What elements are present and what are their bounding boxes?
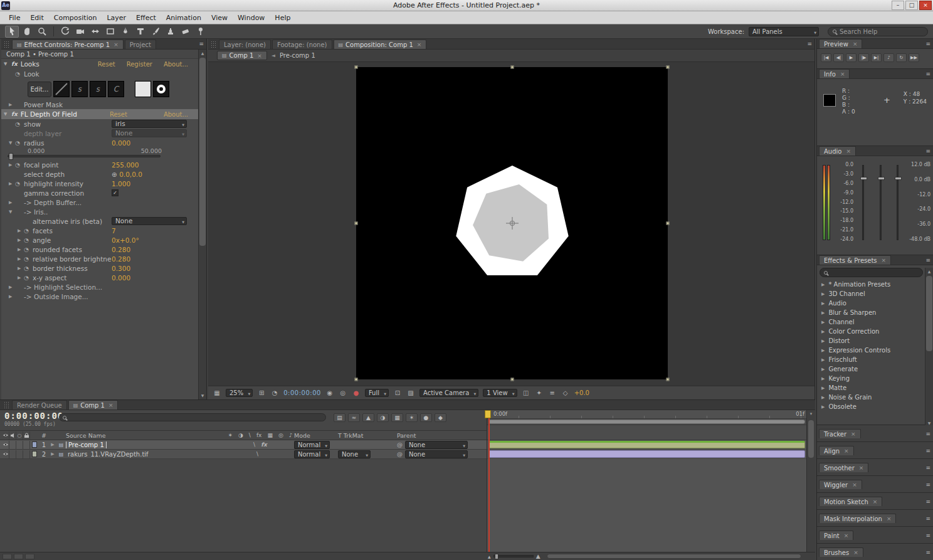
first-frame-button[interactable]: |◀ <box>821 53 831 62</box>
tab-effects-presets[interactable]: Effects & Presets× <box>819 255 891 265</box>
reset-link[interactable]: Reset <box>98 61 115 68</box>
effects-category-item[interactable]: ▶ Keying <box>817 374 933 383</box>
expand-transfer-controls-button[interactable] <box>14 554 23 559</box>
transparency-grid-icon[interactable]: ▦ <box>213 389 221 396</box>
layer-name[interactable]: rakurs_11.VRayZDepth.tif <box>66 451 150 458</box>
twirl-icon[interactable]: ▶ <box>821 395 825 400</box>
effects-category-item[interactable]: ▶ Distort <box>817 336 933 346</box>
audio-toggle-button[interactable]: ♪ <box>883 53 894 62</box>
parent-select[interactable]: None <box>405 450 468 458</box>
left-level-slider[interactable] <box>862 165 864 240</box>
effect-header-fl-depth-of-field[interactable]: ▼ fx FL Depth Of Field Reset About... <box>1 109 198 119</box>
param-value[interactable]: iris <box>112 120 187 128</box>
collapsed-panel[interactable]: Brushes × ≡ <box>817 544 933 560</box>
tab-project[interactable]: Project <box>125 40 156 49</box>
snapshot-icon[interactable]: ◉ <box>325 389 334 396</box>
close-tab-icon[interactable]: × <box>108 402 113 408</box>
audio-column-icon[interactable] <box>9 431 16 440</box>
twirl-icon[interactable]: ▶ <box>821 310 825 315</box>
close-tab-icon[interactable]: × <box>113 41 119 48</box>
timeline-search-input[interactable] <box>59 413 326 421</box>
layer-row[interactable]: 2 ▶ ▤ rakurs_11.VRayZDepth.tif \ Normal … <box>0 450 487 459</box>
viewer-current-time[interactable]: 0:00:00:00 <box>283 389 321 396</box>
flowchart-icon[interactable]: ◇ <box>561 389 570 396</box>
menu-item[interactable]: Help <box>270 14 295 22</box>
param-value[interactable]: None <box>112 217 187 225</box>
work-area[interactable] <box>487 419 806 425</box>
pickwhip-icon[interactable]: @ <box>397 451 403 457</box>
audio-toggle[interactable] <box>9 450 16 458</box>
collapsed-panel[interactable]: Paint × ≡ <box>817 527 933 544</box>
collapsed-panel-tab[interactable]: Align × <box>819 446 854 455</box>
look-thumbnail-light[interactable] <box>135 81 151 97</box>
effect-param-row[interactable]: ▶ ◔ rounded facets 0.280 <box>1 245 198 254</box>
effects-category-item[interactable]: ▶ Obsolete <box>817 402 933 411</box>
param-value[interactable]: 0.0,0.0 <box>112 171 142 178</box>
current-time-display[interactable]: 0:00:00:00 00000 (25.00 fps) <box>4 411 63 427</box>
region-of-interest-icon[interactable]: ⊡ <box>393 389 402 396</box>
tab-layer[interactable]: Layer: (none) <box>219 40 271 49</box>
twirl-icon[interactable]: ▶ <box>821 320 825 325</box>
parent-select[interactable]: None <box>405 441 468 449</box>
mode-column-header[interactable]: Mode <box>294 432 338 439</box>
last-frame-button[interactable]: ▶| <box>871 53 882 62</box>
param-value[interactable]: ✓ <box>112 189 119 196</box>
effects-category-item[interactable]: ▶ * Animation Presets <box>817 280 933 289</box>
close-tab-icon[interactable]: × <box>257 53 262 59</box>
help-search-input[interactable]: Search Help <box>828 27 928 36</box>
comp-marker-icon[interactable]: ▾ <box>807 411 815 416</box>
param-value[interactable]: 0.300 <box>112 265 130 272</box>
tab-render-queue[interactable]: Render Queue <box>12 400 67 409</box>
effects-category-item[interactable]: ▶ Audio <box>817 298 933 308</box>
horizontal-scrollbar[interactable] <box>547 554 801 559</box>
blend-mode-select[interactable]: Normal <box>294 450 330 458</box>
hand-tool[interactable] <box>20 26 34 38</box>
param-value[interactable]: 0.280 <box>112 246 130 253</box>
panel-menu-icon[interactable]: ≡ <box>925 532 930 539</box>
scroll-up-icon[interactable]: ▲ <box>199 50 206 57</box>
twirl-icon[interactable]: ▶ <box>9 294 15 299</box>
label-swatch[interactable] <box>32 441 37 448</box>
scrollbar-thumb[interactable] <box>926 276 932 351</box>
scroll-up-icon[interactable]: ▲ <box>925 268 933 275</box>
parent-column-header[interactable]: Parent <box>397 432 487 439</box>
tab-footage[interactable]: Footage: (none) <box>272 40 332 49</box>
source-name-column-header[interactable]: Source Name <box>66 432 226 439</box>
stopwatch-icon[interactable]: ◔ <box>24 256 33 262</box>
loop-button[interactable]: ↻ <box>896 53 907 62</box>
solo-toggle[interactable] <box>16 441 23 449</box>
switch-column-icon[interactable]: ◑ <box>238 432 243 438</box>
selection-handle[interactable] <box>510 66 514 69</box>
effect-param-row[interactable]: ▶ ◔ angle 0x+0.0° <box>1 235 198 245</box>
current-time-indicator[interactable] <box>488 410 490 552</box>
tab-audio[interactable]: Audio× <box>819 146 856 156</box>
time-ruler[interactable]: 0:00f 01f <box>487 410 806 419</box>
unified-camera-tool[interactable] <box>73 26 87 38</box>
radius-slider[interactable] <box>8 155 161 157</box>
work-area-bar[interactable] <box>488 420 805 424</box>
master-level-slider[interactable] <box>880 165 882 240</box>
stopwatch-icon[interactable]: ◔ <box>15 71 24 77</box>
close-tab-icon[interactable]: × <box>852 482 857 488</box>
twirl-down-icon[interactable]: ▼ <box>4 112 11 117</box>
twirl-icon[interactable]: ▶ <box>821 329 825 334</box>
current-time-indicator-head[interactable] <box>485 410 491 418</box>
comp-nav-current[interactable]: ▤ Comp 1 × <box>217 51 267 60</box>
switch-column-icon[interactable]: \ <box>249 432 251 438</box>
twirl-icon[interactable]: ▶ <box>821 348 825 353</box>
scrollbar-thumb[interactable] <box>199 58 206 246</box>
switch-column-icon[interactable]: ▦ <box>267 432 273 438</box>
layer-lane[interactable] <box>487 440 806 450</box>
twirl-down-icon[interactable]: ▼ <box>4 61 11 66</box>
close-tab-icon[interactable]: × <box>844 532 849 539</box>
layer-duration-bar[interactable] <box>488 450 805 458</box>
effect-param-row[interactable]: ▶ -> Depth Buffer... <box>1 198 198 207</box>
tab-preview[interactable]: Preview× <box>819 39 862 48</box>
expand-in-out-button[interactable] <box>25 554 34 559</box>
panel-menu-icon[interactable]: ≡ <box>925 549 930 556</box>
stopwatch-icon[interactable]: ◔ <box>15 140 24 146</box>
about-link[interactable]: About... <box>164 61 188 68</box>
collapsed-panel-tab[interactable]: Paint × <box>819 531 853 540</box>
selection-handle[interactable] <box>667 378 670 381</box>
scroll-down-icon[interactable]: ▼ <box>199 392 206 399</box>
